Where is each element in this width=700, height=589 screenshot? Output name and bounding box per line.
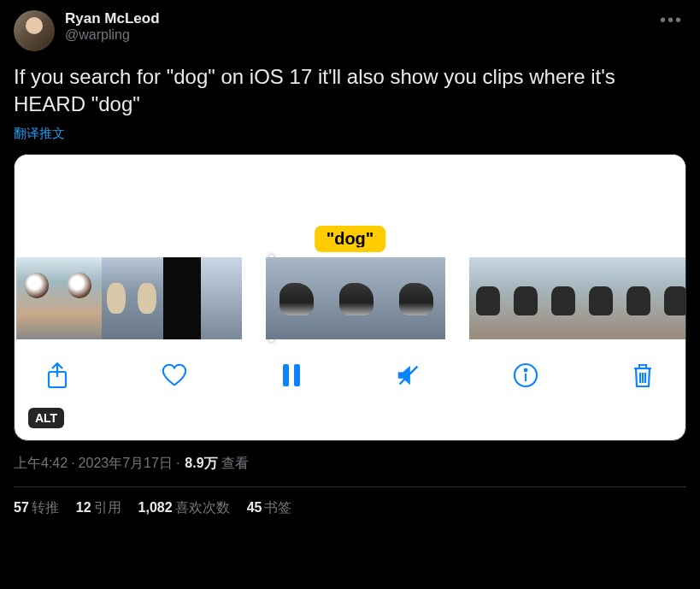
svg-rect-1 xyxy=(283,364,289,386)
media-toolbar xyxy=(15,339,685,404)
retweets-label: 转推 xyxy=(32,500,59,515)
timeline-frame xyxy=(326,257,385,339)
likes-stat[interactable]: 1,082喜欢次数 xyxy=(138,499,230,517)
quotes-stat[interactable]: 12引用 xyxy=(76,499,121,517)
timeline-frame xyxy=(507,257,544,339)
bookmarks-label: 书签 xyxy=(264,500,291,515)
avatar[interactable] xyxy=(14,10,55,51)
timeline-frame xyxy=(385,257,445,339)
author-names[interactable]: Ryan McLeod @warpling xyxy=(65,10,646,43)
likes-label: 喜欢次数 xyxy=(175,500,230,515)
timeline-frame xyxy=(620,257,657,339)
retweets-stat[interactable]: 57转推 xyxy=(14,499,59,517)
timeline-frame xyxy=(582,257,620,339)
display-name: Ryan McLeod xyxy=(65,10,646,27)
likes-count: 1,082 xyxy=(138,500,173,515)
timeline-frame xyxy=(544,257,582,339)
mute-icon[interactable] xyxy=(395,362,422,389)
info-icon[interactable] xyxy=(512,362,539,389)
media-attachment[interactable]: "dog" xyxy=(14,154,686,441)
timeline-frame xyxy=(201,257,242,339)
more-icon[interactable]: ••• xyxy=(656,10,686,30)
handle: @warpling xyxy=(65,27,646,43)
bookmarks-stat[interactable]: 45书签 xyxy=(247,499,292,517)
translate-link[interactable]: 翻译推文 xyxy=(14,126,686,142)
timeline-frame xyxy=(266,257,326,339)
tweet-container: Ryan McLeod @warpling ••• If you search … xyxy=(0,0,700,527)
tweet-header: Ryan McLeod @warpling ••• xyxy=(14,10,686,51)
svg-point-5 xyxy=(525,368,527,371)
meta-separator: · xyxy=(176,456,179,471)
timeline-frame xyxy=(163,257,201,339)
views-label[interactable]: 查看 xyxy=(221,455,249,473)
bookmarks-count: 45 xyxy=(247,500,262,515)
timeline-frame xyxy=(469,257,507,339)
date-text[interactable]: 2023年7月17日 xyxy=(79,455,173,473)
svg-rect-2 xyxy=(294,364,300,386)
quotes-count: 12 xyxy=(76,500,91,515)
share-icon[interactable] xyxy=(44,362,71,389)
meta-separator: · xyxy=(71,456,74,471)
clip-group-2 xyxy=(266,257,445,339)
clip-group-3 xyxy=(469,257,686,339)
tweet-stats: 57转推 12引用 1,082喜欢次数 45书签 xyxy=(14,499,686,517)
clip-group-1 xyxy=(16,257,242,339)
views-count: 8.9万 xyxy=(185,455,217,473)
quotes-label: 引用 xyxy=(94,500,121,515)
divider xyxy=(14,486,686,487)
highlight-marker-icon xyxy=(358,247,377,252)
tweet-meta: 上午4:42 · 2023年7月17日 · 8.9万 查看 xyxy=(14,455,686,473)
trash-icon[interactable] xyxy=(629,362,656,389)
timeline-frame xyxy=(59,257,102,339)
alt-badge[interactable]: ALT xyxy=(28,408,64,428)
timeline-frame xyxy=(102,257,132,339)
video-timeline xyxy=(15,257,685,339)
pause-icon[interactable] xyxy=(278,362,305,389)
timeline-frame xyxy=(657,257,686,339)
timeline-frame xyxy=(16,257,59,339)
time-text[interactable]: 上午4:42 xyxy=(14,455,68,473)
media-preview-area: "dog" xyxy=(15,155,685,257)
tweet-text: If you search for "dog" on iOS 17 it'll … xyxy=(14,63,686,119)
heart-icon[interactable] xyxy=(161,362,188,389)
retweets-count: 57 xyxy=(14,500,29,515)
timeline-frame xyxy=(132,257,163,339)
